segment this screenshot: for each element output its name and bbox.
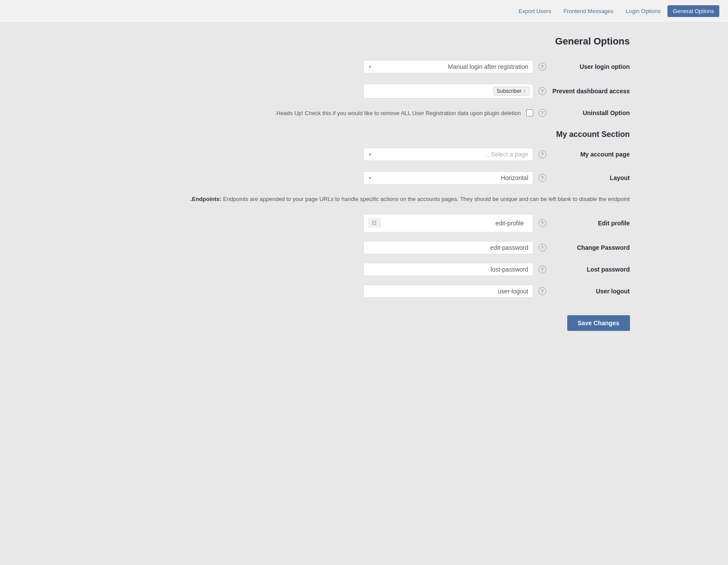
page-title: General Options xyxy=(98,31,630,47)
my-account-page-placeholder: ...Select a page xyxy=(375,151,528,158)
prevent-dashboard-access-row: Subscriber × ? Prevent dashboard access xyxy=(98,84,630,99)
nav-general-options[interactable]: General Options xyxy=(667,5,719,17)
user-logout-help[interactable]: ? xyxy=(538,287,546,295)
nav-frontend-messages[interactable]: Frontend Messages xyxy=(558,5,619,17)
my-account-page-help[interactable]: ? xyxy=(538,150,546,158)
subscriber-tag-remove[interactable]: × xyxy=(523,88,526,94)
layout-select-arrow-icon: ▼ xyxy=(368,176,372,180)
endpoints-note-text: Endpoints are appended to your page URLs… xyxy=(221,196,630,202)
select-arrow-icon: ▼ xyxy=(368,65,372,69)
user-logout-input[interactable] xyxy=(363,285,533,298)
my-account-select-arrow-icon: ▼ xyxy=(368,152,372,157)
edit-profile-input-wrapper: ☷ xyxy=(363,214,533,232)
my-account-section-header: My account Section xyxy=(98,130,630,139)
edit-profile-label: Edit profile xyxy=(552,220,630,227)
uninstall-option-row: .Heads Up! Check this if you would like … xyxy=(98,109,630,117)
change-password-row: ? Change Password xyxy=(98,241,630,254)
save-area: Save Changes xyxy=(98,315,630,331)
user-login-option-value: Manual login after registration xyxy=(375,63,528,70)
subscriber-tag-label: Subscriber xyxy=(497,88,521,94)
change-password-help[interactable]: ? xyxy=(538,244,546,252)
uninstall-checkbox[interactable] xyxy=(526,109,533,116)
layout-value: Horizontal xyxy=(375,174,528,181)
subscriber-tag: Subscriber × xyxy=(494,87,529,95)
uninstall-description: .Heads Up! Check this if you would like … xyxy=(225,110,521,116)
edit-profile-input[interactable] xyxy=(383,217,528,229)
layout-select[interactable]: ▼ Horizontal xyxy=(363,171,533,184)
user-logout-label: User logout xyxy=(552,288,630,295)
lost-password-label: Lost password xyxy=(552,266,630,273)
prevent-dashboard-access-input[interactable]: Subscriber × xyxy=(363,84,533,99)
change-password-label: Change Password xyxy=(552,244,630,251)
lost-password-help[interactable]: ? xyxy=(538,265,546,273)
lost-password-row: ? Lost password xyxy=(98,263,630,276)
edit-profile-help[interactable]: ? xyxy=(538,219,546,227)
user-login-option-label: User login option xyxy=(552,63,630,70)
lost-password-input[interactable] xyxy=(363,263,533,276)
main-content: General Options ▼ Manual login after reg… xyxy=(81,23,647,357)
user-login-option-row: ▼ Manual login after registration ? User… xyxy=(98,60,630,73)
layout-row: ▼ Horizontal ? Layout xyxy=(98,171,630,184)
change-password-input[interactable] xyxy=(363,241,533,254)
endpoints-note: .Endpoints: Endpoints are appended to yo… xyxy=(98,195,630,204)
my-account-page-select[interactable]: ▼ ...Select a page xyxy=(363,148,533,161)
prevent-dashboard-help[interactable]: ? xyxy=(538,87,546,95)
user-login-option-help[interactable]: ? xyxy=(538,63,546,71)
edit-profile-icon: ☷ xyxy=(368,218,381,228)
user-login-option-select[interactable]: ▼ Manual login after registration xyxy=(363,60,533,73)
uninstall-help[interactable]: ? xyxy=(538,109,546,117)
edit-profile-row: ☷ ? Edit profile xyxy=(98,214,630,232)
nav-export-users[interactable]: Export Users xyxy=(513,5,556,17)
top-navigation: Export Users Frontend Messages Login Opt… xyxy=(0,0,728,23)
uninstall-label: Uninstall Option xyxy=(552,109,630,116)
prevent-dashboard-label: Prevent dashboard access xyxy=(552,88,630,95)
my-account-page-label: My account page xyxy=(552,151,630,158)
nav-login-options[interactable]: Login Options xyxy=(620,5,666,17)
my-account-page-row: ▼ ...Select a page ? My account page xyxy=(98,148,630,161)
endpoints-note-prefix: .Endpoints: xyxy=(190,196,222,202)
save-button[interactable]: Save Changes xyxy=(567,315,630,331)
layout-help[interactable]: ? xyxy=(538,174,546,182)
user-logout-row: ? User logout xyxy=(98,285,630,298)
layout-label: Layout xyxy=(552,174,630,181)
